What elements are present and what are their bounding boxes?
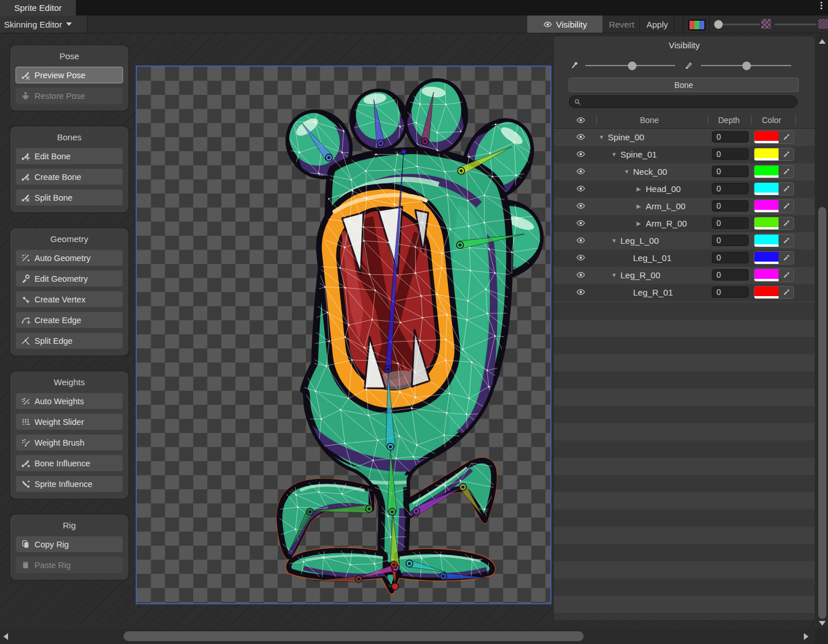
row-visibility-toggle[interactable] bbox=[574, 218, 588, 229]
eyedropper-button[interactable] bbox=[779, 148, 793, 160]
scroll-up-arrow[interactable] bbox=[819, 39, 826, 44]
header-eye-icon[interactable] bbox=[574, 115, 588, 126]
row-visibility-toggle[interactable] bbox=[574, 149, 588, 160]
bone-influence-button[interactable]: Bone Influence bbox=[16, 455, 123, 471]
horizontal-scrollbar[interactable] bbox=[0, 629, 815, 644]
eyedropper-button[interactable] bbox=[779, 252, 793, 264]
kebab-menu-icon[interactable] bbox=[821, 2, 822, 9]
color-swatch[interactable] bbox=[754, 131, 779, 143]
zoom-slider-knob[interactable] bbox=[714, 20, 723, 29]
vertical-scrollbar[interactable] bbox=[816, 36, 828, 629]
row-visibility-toggle[interactable] bbox=[574, 132, 588, 143]
create-bone-button[interactable]: Create Bone bbox=[16, 168, 123, 185]
visibility-toggle-button[interactable]: Visibility bbox=[527, 16, 603, 33]
scroll-left-arrow[interactable] bbox=[3, 633, 8, 640]
revert-button[interactable]: Revert bbox=[603, 16, 640, 33]
eyedropper-button[interactable] bbox=[779, 235, 793, 247]
bone-row-Leg_L_00[interactable]: ▼Leg_L_000 bbox=[554, 232, 815, 250]
depth-input[interactable]: 0 bbox=[712, 269, 749, 281]
weight-slider-button[interactable]: Weight Slider bbox=[16, 413, 123, 430]
create-vertex-button[interactable]: Create Vertex bbox=[16, 291, 123, 308]
eyedropper-button[interactable] bbox=[779, 131, 793, 143]
create-edge-button[interactable]: Create Edge bbox=[16, 312, 123, 328]
bone-row-Leg_R_01[interactable]: Leg_R_010 bbox=[554, 284, 815, 301]
sprite-influence-button[interactable]: Sprite Influence bbox=[16, 476, 123, 492]
expand-toggle-icon[interactable]: ▶ bbox=[637, 185, 641, 193]
mesh-opacity-knob[interactable] bbox=[742, 62, 751, 70]
scroll-right-arrow[interactable] bbox=[804, 633, 808, 640]
depth-input[interactable]: 0 bbox=[712, 252, 749, 263]
bone-row-Spine_01[interactable]: ▼Spine_010 bbox=[554, 146, 815, 163]
eyedropper-button[interactable] bbox=[779, 286, 793, 298]
copy-rig-button[interactable]: Copy Rig bbox=[16, 536, 123, 553]
pipette-icon bbox=[781, 168, 791, 175]
eyedropper-button[interactable] bbox=[779, 200, 793, 212]
edit-geometry-button[interactable]: Edit Geometry bbox=[16, 270, 123, 287]
weight-slider-icon bbox=[21, 417, 30, 427]
depth-input[interactable]: 0 bbox=[712, 183, 749, 194]
pipette-icon bbox=[781, 271, 791, 279]
row-visibility-toggle[interactable] bbox=[574, 270, 588, 281]
collapse-toggle-icon[interactable]: ▼ bbox=[611, 237, 617, 245]
bone-row-Spine_00[interactable]: ▼Spine_000 bbox=[554, 129, 815, 146]
eyedropper-button[interactable] bbox=[779, 166, 793, 178]
depth-input[interactable]: 0 bbox=[712, 235, 749, 246]
collapse-toggle-icon[interactable]: ▼ bbox=[624, 168, 630, 176]
depth-input[interactable]: 0 bbox=[712, 200, 749, 212]
tab-sprite-editor[interactable]: Sprite Editor bbox=[0, 0, 76, 16]
expand-toggle-icon[interactable]: ▶ bbox=[637, 220, 641, 228]
auto-geometry-button[interactable]: Auto Geometry bbox=[16, 250, 123, 266]
mip-slider[interactable] bbox=[775, 24, 816, 25]
horizontal-scroll-thumb[interactable] bbox=[124, 631, 584, 641]
weight-brush-button[interactable]: Weight Brush bbox=[16, 434, 123, 451]
bone-row-Arm_R_00[interactable]: ▶Arm_R_000 bbox=[554, 215, 815, 232]
collapse-toggle-icon[interactable]: ▼ bbox=[611, 271, 617, 279]
depth-input[interactable]: 0 bbox=[712, 217, 749, 229]
edit-bone-button[interactable]: Edit Bone bbox=[16, 148, 123, 164]
color-swatch[interactable] bbox=[754, 252, 779, 264]
color-swatch[interactable] bbox=[754, 269, 779, 281]
collapse-toggle-icon[interactable]: ▼ bbox=[599, 133, 604, 141]
row-visibility-toggle[interactable] bbox=[574, 183, 588, 195]
editor-mode-dropdown[interactable]: Skinning Editor bbox=[0, 16, 87, 33]
row-visibility-toggle[interactable] bbox=[574, 166, 588, 178]
eyedropper-button[interactable] bbox=[779, 269, 793, 281]
row-visibility-toggle[interactable] bbox=[574, 201, 588, 212]
color-swatch[interactable] bbox=[754, 217, 779, 229]
preview-pose-button[interactable]: Preview Pose bbox=[16, 67, 123, 83]
color-channels-button[interactable] bbox=[688, 20, 706, 30]
eyedropper-button[interactable] bbox=[779, 183, 793, 195]
row-visibility-toggle[interactable] bbox=[574, 235, 588, 247]
row-visibility-toggle[interactable] bbox=[574, 287, 588, 298]
apply-button[interactable]: Apply bbox=[639, 16, 674, 33]
bone-row-Arm_L_00[interactable]: ▶Arm_L_000 bbox=[554, 198, 815, 215]
color-swatch[interactable] bbox=[754, 166, 779, 178]
collapse-toggle-icon[interactable]: ▼ bbox=[611, 151, 617, 159]
bone-name: Arm_L_00 bbox=[646, 201, 685, 211]
bone-opacity-knob[interactable] bbox=[628, 62, 637, 70]
depth-input[interactable]: 0 bbox=[712, 286, 749, 298]
row-visibility-toggle[interactable] bbox=[574, 252, 588, 264]
color-swatch[interactable] bbox=[754, 286, 779, 298]
split-edge-button[interactable]: Split Edge bbox=[16, 332, 123, 349]
color-swatch[interactable] bbox=[754, 148, 779, 160]
bone-search-input[interactable] bbox=[569, 95, 798, 108]
split-bone-button[interactable]: Split Bone bbox=[16, 189, 123, 206]
depth-input[interactable]: 0 bbox=[712, 131, 749, 143]
auto-weights-button[interactable]: Auto Weights bbox=[16, 393, 123, 409]
vertical-scroll-thumb[interactable] bbox=[818, 207, 826, 619]
color-swatch[interactable] bbox=[754, 183, 779, 195]
tab-bone[interactable]: Bone bbox=[569, 78, 799, 92]
depth-input[interactable]: 0 bbox=[712, 166, 749, 177]
bone-row-Neck_00[interactable]: ▼Neck_000 bbox=[554, 163, 815, 181]
eyedropper-button[interactable] bbox=[779, 217, 793, 229]
depth-input[interactable]: 0 bbox=[712, 148, 749, 160]
bone-row-Head_00[interactable]: ▶Head_000 bbox=[554, 181, 815, 198]
bone-row-Leg_L_01[interactable]: Leg_L_010 bbox=[554, 250, 815, 267]
expand-toggle-icon[interactable]: ▶ bbox=[637, 202, 641, 210]
color-swatch[interactable] bbox=[754, 200, 779, 212]
bone-row-Leg_R_00[interactable]: ▼Leg_R_000 bbox=[554, 267, 815, 284]
color-swatch[interactable] bbox=[754, 235, 779, 247]
scroll-down-arrow[interactable] bbox=[819, 621, 826, 626]
sprite-canvas[interactable] bbox=[136, 66, 551, 604]
